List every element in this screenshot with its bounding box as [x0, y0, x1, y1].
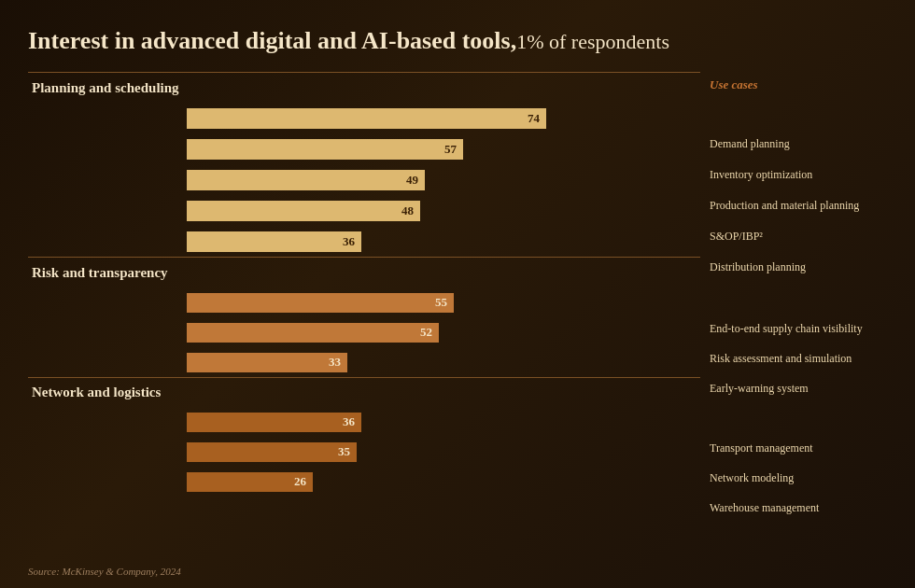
- bars-panel: Planning and scheduling 74 57 49: [28, 72, 700, 529]
- labels-panel: Use cases Demand planningInventory optim…: [700, 72, 915, 529]
- title-main: Interest in advanced digital and AI-base…: [28, 27, 516, 54]
- source-text: Source: McKinsey & Company, 2024: [28, 566, 181, 577]
- group-header-1: Risk and transparency: [28, 257, 700, 287]
- bar-row-1-2: 33: [28, 347, 700, 377]
- use-case-label-0-2: Production and material planning: [710, 190, 915, 221]
- bar-row-0-4: 36: [28, 226, 700, 257]
- use-case-label-1-2: Early-warning system: [710, 373, 915, 403]
- group-header-0: Planning and scheduling: [28, 72, 700, 103]
- bar-row-2-2: 26: [28, 467, 700, 497]
- bar-row-0-1: 57: [28, 133, 700, 164]
- use-case-label-0-1: Inventory optimization: [710, 160, 915, 190]
- bar-row-2-1: 35: [28, 437, 700, 467]
- use-cases-header: Use cases: [710, 72, 915, 98]
- bar-row-1-1: 52: [28, 317, 700, 347]
- group-header-2: Network and logistics: [28, 377, 700, 407]
- use-case-label-2-0: Transport management: [710, 433, 915, 463]
- use-case-label-1-0: End-to-end supply chain visibility: [710, 314, 915, 343]
- group-header-label-spacer-0: [710, 98, 915, 129]
- main-container: Interest in advanced digital and AI-base…: [0, 0, 915, 588]
- bar-row-1-0: 55: [28, 287, 700, 317]
- chart-area: Planning and scheduling 74 57 49: [28, 72, 887, 529]
- group-header-label-spacer-2: [710, 403, 915, 433]
- bar-row-0-0: 74: [28, 103, 700, 133]
- bar-row-2-0: 36: [28, 407, 700, 437]
- use-case-label-0-3: S&OP/IBP²: [710, 221, 915, 252]
- use-case-label-1-1: Risk assessment and simulation: [710, 343, 915, 373]
- title-footnote-text: 1% of respondents: [516, 30, 669, 53]
- use-case-label-0-0: Demand planning: [710, 129, 915, 160]
- use-case-label-2-1: Network modeling: [710, 463, 915, 493]
- bar-row-0-2: 49: [28, 164, 700, 195]
- bar-row-0-3: 48: [28, 195, 700, 226]
- use-case-label-0-4: Distribution planning: [710, 252, 915, 283]
- chart-title: Interest in advanced digital and AI-base…: [28, 26, 887, 55]
- use-case-label-2-2: Warehouse management: [710, 493, 915, 523]
- group-header-label-spacer-1: [710, 283, 915, 314]
